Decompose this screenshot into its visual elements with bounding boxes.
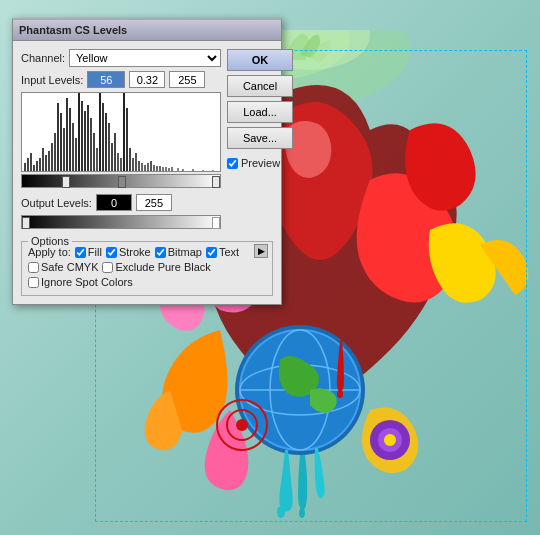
cmyk-row: Safe CMYK Exclude Pure Black [28, 261, 266, 273]
bitmap-checkbox[interactable] [155, 247, 166, 258]
stroke-label: Stroke [119, 246, 151, 258]
svg-rect-59 [144, 165, 146, 172]
input-levels-label: Input Levels: [21, 74, 83, 86]
svg-rect-25 [42, 148, 44, 172]
svg-rect-68 [171, 167, 173, 172]
svg-rect-39 [84, 111, 86, 172]
output-levels-row: Output Levels: 0 255 [21, 194, 221, 211]
svg-rect-24 [39, 158, 41, 172]
safe-cmyk-checkbox[interactable] [28, 262, 39, 273]
svg-rect-58 [141, 163, 143, 172]
load-button[interactable]: Load... [227, 101, 293, 123]
exclude-pure-black-checkbox[interactable] [102, 262, 113, 273]
svg-rect-33 [66, 98, 68, 172]
exclude-pure-black-item: Exclude Pure Black [102, 261, 210, 273]
svg-rect-69 [177, 168, 179, 172]
svg-rect-34 [69, 108, 71, 172]
svg-rect-44 [99, 93, 101, 172]
svg-rect-57 [138, 161, 140, 172]
svg-rect-51 [120, 158, 122, 172]
svg-rect-19 [24, 163, 26, 172]
svg-rect-71 [192, 169, 194, 172]
cancel-button[interactable]: Cancel [227, 75, 293, 97]
output-level-high[interactable]: 255 [136, 194, 172, 211]
output-slider-high-thumb[interactable] [212, 217, 220, 229]
fill-checkbox[interactable] [75, 247, 86, 258]
svg-point-13 [236, 419, 248, 431]
safe-cmyk-label: Safe CMYK [41, 261, 98, 273]
svg-rect-50 [117, 153, 119, 172]
safe-cmyk-item: Safe CMYK [28, 261, 98, 273]
channel-row: Channel: Yellow RGB Red Green Blue Cyan … [21, 49, 221, 67]
ignore-spot-checkbox[interactable] [28, 277, 39, 288]
input-level-mid[interactable]: 0.32 [129, 71, 165, 88]
preview-checkbox[interactable] [227, 158, 238, 169]
svg-rect-38 [81, 101, 83, 172]
svg-rect-31 [60, 113, 62, 172]
dialog-titlebar: Phantasm CS Levels [13, 20, 281, 41]
text-checkbox[interactable] [206, 247, 217, 258]
options-arrow-button[interactable]: ▶ [254, 244, 268, 258]
svg-rect-22 [33, 165, 35, 172]
svg-rect-47 [108, 123, 110, 172]
text-checkbox-item: Text [206, 246, 239, 258]
input-slider-high-thumb[interactable] [212, 176, 220, 188]
output-slider-low-thumb[interactable] [22, 217, 30, 229]
histogram-display [21, 92, 221, 172]
options-section: Options ▶ Apply to: Fill Stroke Bitmap T… [21, 241, 273, 296]
apply-to-row: Apply to: Fill Stroke Bitmap Text [28, 246, 266, 258]
input-level-low[interactable]: 56 [87, 71, 125, 88]
output-slider[interactable] [21, 215, 221, 229]
bitmap-checkbox-item: Bitmap [155, 246, 202, 258]
dialog-title: Phantasm CS Levels [19, 24, 127, 36]
ignore-spot-item: Ignore Spot Colors [28, 276, 133, 288]
svg-rect-45 [102, 103, 104, 172]
text-label: Text [219, 246, 239, 258]
output-level-low[interactable]: 0 [96, 194, 132, 211]
dialog-buttons-right: OK Cancel Load... Save... Preview [227, 49, 293, 229]
fill-label: Fill [88, 246, 102, 258]
input-slider[interactable] [21, 174, 221, 188]
svg-rect-52 [123, 93, 125, 172]
svg-rect-35 [72, 123, 74, 172]
svg-rect-72 [202, 170, 204, 172]
svg-rect-63 [156, 166, 158, 172]
options-legend: Options [28, 235, 72, 247]
svg-rect-67 [168, 168, 170, 172]
bitmap-label: Bitmap [168, 246, 202, 258]
save-button[interactable]: Save... [227, 127, 293, 149]
stroke-checkbox[interactable] [106, 247, 117, 258]
svg-rect-28 [51, 143, 53, 172]
input-slider-low-thumb[interactable] [62, 176, 70, 188]
svg-point-14 [337, 390, 343, 398]
svg-rect-43 [96, 148, 98, 172]
svg-rect-48 [111, 143, 113, 172]
exclude-pure-black-label: Exclude Pure Black [115, 261, 210, 273]
svg-rect-21 [30, 153, 32, 172]
svg-rect-53 [126, 108, 128, 172]
svg-rect-42 [93, 133, 95, 172]
svg-point-10 [299, 508, 305, 518]
preview-row: Preview [227, 157, 293, 169]
input-slider-mid-thumb[interactable] [118, 176, 126, 188]
ok-button[interactable]: OK [227, 49, 293, 71]
svg-rect-40 [87, 105, 89, 172]
svg-rect-37 [78, 93, 80, 172]
apply-to-label: Apply to: [28, 246, 71, 258]
svg-rect-32 [63, 128, 65, 172]
preview-label: Preview [241, 157, 280, 169]
svg-rect-55 [132, 158, 134, 172]
svg-rect-20 [27, 158, 29, 172]
fill-checkbox-item: Fill [75, 246, 102, 258]
output-levels-label: Output Levels: [21, 197, 92, 209]
input-level-high[interactable]: 255 [169, 71, 205, 88]
svg-rect-30 [57, 103, 59, 172]
svg-rect-73 [212, 170, 214, 172]
input-levels-row: Input Levels: 56 0.32 255 [21, 71, 221, 88]
svg-rect-41 [90, 118, 92, 172]
channel-label: Channel: [21, 52, 65, 64]
svg-rect-61 [150, 161, 152, 172]
channel-select[interactable]: Yellow RGB Red Green Blue Cyan Magenta [69, 49, 221, 67]
levels-dialog: Phantasm CS Levels Channel: Yellow RGB R… [12, 18, 282, 305]
svg-point-17 [384, 434, 396, 446]
